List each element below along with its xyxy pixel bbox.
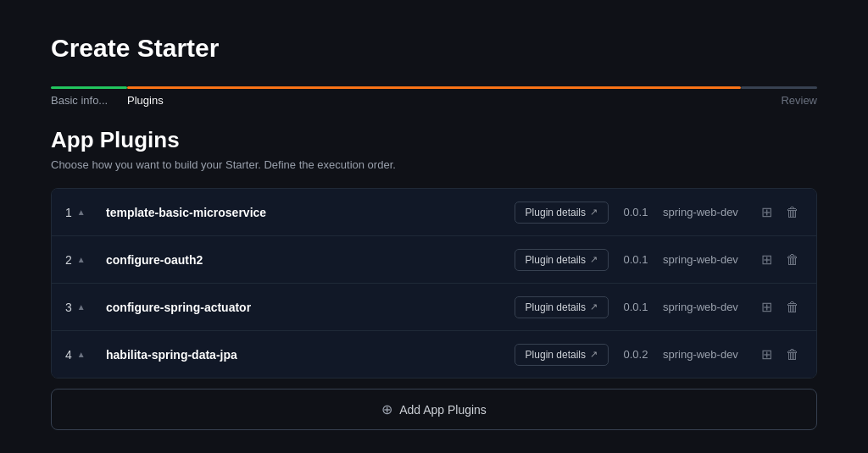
- plugin-env-2: spring-web-dev: [663, 253, 748, 266]
- plugin-actions-3: ⊞ 🗑: [758, 296, 803, 318]
- step-review-bar: [741, 86, 817, 89]
- trash-icon-3: 🗑: [786, 300, 799, 315]
- plugin-row: 1 ▲ template-basic-microservice Plugin d…: [52, 189, 816, 236]
- plugin-index-2: 2 ▲: [65, 253, 96, 267]
- plugin-edit-button-1[interactable]: ⊞: [758, 201, 776, 224]
- plugin-actions-2: ⊞ 🗑: [758, 248, 803, 271]
- step-plugins-bar: [127, 86, 741, 89]
- plugin-details-button-3[interactable]: Plugin details ↗: [515, 296, 609, 318]
- plugins-list: 1 ▲ template-basic-microservice Plugin d…: [51, 188, 817, 378]
- plugin-name-1: template-basic-microservice: [106, 206, 504, 219]
- trash-icon-4: 🗑: [786, 347, 799, 362]
- plugin-number-1: 1: [65, 206, 72, 219]
- plugin-details-label-2: Plugin details: [526, 254, 586, 266]
- external-link-icon-2: ↗: [590, 254, 598, 265]
- plugin-number-3: 3: [65, 301, 72, 314]
- plugin-row: 2 ▲ configure-oauth2 Plugin details ↗ 0.…: [52, 236, 816, 284]
- section-title: App Plugins: [51, 127, 817, 153]
- plugin-edit-button-4[interactable]: ⊞: [758, 343, 776, 366]
- plugin-row: 3 ▲ configure-spring-actuator Plugin det…: [52, 284, 816, 331]
- plugin-arrow-2: ▲: [77, 255, 86, 264]
- plugin-actions-1: ⊞ 🗑: [758, 201, 803, 224]
- plugin-arrow-3: ▲: [77, 302, 86, 312]
- step-review-label: Review: [781, 94, 817, 107]
- trash-icon-2: 🗑: [786, 252, 799, 268]
- plugin-edit-button-3[interactable]: ⊞: [758, 296, 776, 318]
- edit-icon-4: ⊞: [761, 346, 772, 362]
- steps-progress: Basic info... Plugins Review: [51, 86, 817, 107]
- add-plugins-label: Add App Plugins: [399, 403, 487, 417]
- page-container: Create Starter Basic info... Plugins Rev…: [0, 0, 868, 453]
- step-plugins[interactable]: Plugins: [127, 86, 741, 107]
- edit-icon-2: ⊞: [761, 251, 772, 268]
- plugin-env-1: spring-web-dev: [663, 206, 748, 218]
- plugin-delete-button-4[interactable]: 🗑: [782, 344, 803, 366]
- plugin-row: 4 ▲ habilita-spring-data-jpa Plugin deta…: [52, 331, 816, 378]
- plugin-details-label-4: Plugin details: [526, 349, 586, 361]
- section-subtitle: Choose how you want to build your Starte…: [51, 158, 817, 171]
- page-title: Create Starter: [51, 34, 817, 63]
- plugin-details-label-3: Plugin details: [526, 301, 586, 313]
- external-link-icon-3: ↗: [590, 301, 598, 312]
- trash-icon-1: 🗑: [786, 205, 799, 220]
- plugin-index-1: 1 ▲: [65, 206, 96, 219]
- plugin-index-3: 3 ▲: [65, 301, 96, 314]
- external-link-icon-1: ↗: [590, 207, 598, 218]
- plugin-delete-button-1[interactable]: 🗑: [782, 202, 803, 224]
- plugin-name-2: configure-oauth2: [106, 253, 504, 267]
- plugin-details-button-4[interactable]: Plugin details ↗: [515, 344, 609, 366]
- step-review[interactable]: Review: [741, 86, 817, 107]
- plugin-details-button-2[interactable]: Plugin details ↗: [515, 249, 609, 271]
- step-basic-info-bar: [51, 86, 127, 89]
- add-plugins-button[interactable]: ⊕ Add App Plugins: [51, 389, 817, 430]
- plugin-env-3: spring-web-dev: [663, 301, 748, 313]
- plugin-delete-button-2[interactable]: 🗑: [782, 249, 803, 271]
- edit-icon-3: ⊞: [761, 299, 772, 315]
- plugin-version-1: 0.0.1: [619, 206, 653, 218]
- plugin-arrow-4: ▲: [77, 350, 86, 359]
- plugin-name-4: habilita-spring-data-jpa: [106, 348, 504, 362]
- plugin-env-4: spring-web-dev: [663, 348, 748, 361]
- step-plugins-label: Plugins: [127, 94, 164, 107]
- step-basic-info-label: Basic info...: [51, 94, 108, 107]
- plugin-number-4: 4: [65, 348, 72, 362]
- plugin-name-3: configure-spring-actuator: [106, 301, 504, 314]
- plugin-number-2: 2: [65, 253, 72, 267]
- plugin-version-2: 0.0.1: [619, 253, 653, 266]
- plugin-index-4: 4 ▲: [65, 348, 96, 362]
- plugin-actions-4: ⊞ 🗑: [758, 343, 803, 366]
- plugin-arrow-1: ▲: [77, 207, 86, 217]
- plugin-edit-button-2[interactable]: ⊞: [758, 248, 776, 271]
- plus-circle-icon: ⊕: [381, 401, 392, 417]
- step-basic-info[interactable]: Basic info...: [51, 86, 127, 107]
- plugin-details-button-1[interactable]: Plugin details ↗: [515, 202, 609, 224]
- external-link-icon-4: ↗: [590, 349, 598, 360]
- plugin-delete-button-3[interactable]: 🗑: [782, 296, 803, 318]
- plugin-version-3: 0.0.1: [619, 301, 653, 313]
- plugin-version-4: 0.0.2: [619, 348, 653, 361]
- edit-icon-1: ⊞: [761, 204, 772, 220]
- plugin-details-label-1: Plugin details: [526, 207, 586, 218]
